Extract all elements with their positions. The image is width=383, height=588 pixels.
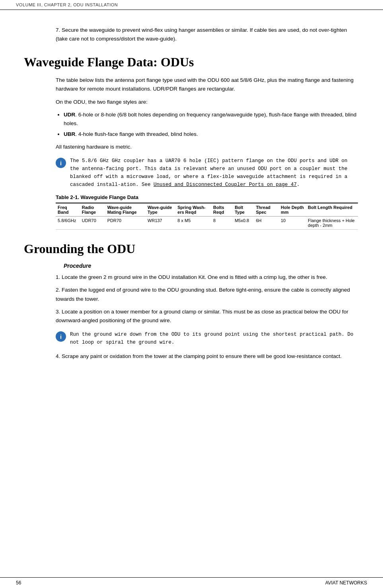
col-radio-flange: Radio Flange: [80, 203, 105, 217]
col-bolt-length: Bolt Length Required: [306, 203, 358, 217]
procedure-heading: Procedure: [56, 263, 358, 269]
info-box-1-end: .: [297, 182, 300, 188]
table-caption: Table 2-1. Waveguide Flange Data: [56, 194, 358, 200]
step-1: 1. Locate the green 2 m ground wire in t…: [56, 273, 358, 282]
cell-hole-depth: 10: [279, 217, 306, 230]
col-bolt-type: Bolt Type: [233, 203, 254, 217]
section1-para2: On the ODU, the two flange styles are:: [56, 98, 358, 106]
info-icon-2: i: [56, 331, 66, 342]
col-spring-washers: Spring Wash-ers Reqd: [175, 203, 211, 217]
col-waveguide-mating: Wave-guide Mating Flange: [105, 203, 146, 217]
intro-text: 7. Secure the waveguide to prevent wind-…: [56, 26, 358, 43]
cell-bolt-length: Flange thickness + Hole depth - 2mm: [306, 217, 358, 230]
cell-bolts-reqd: 8: [211, 217, 233, 230]
col-thread-spec: Thread Spec: [254, 203, 279, 217]
intro-paragraph: 7. Secure the waveguide to prevent wind-…: [56, 26, 358, 43]
info-box-1-link[interactable]: Unused and Disconnected Coupler Ports on…: [154, 182, 297, 188]
section1-title: Waveguide Flange Data: ODUs: [24, 55, 359, 70]
col-freq-band: Freq Band: [56, 203, 80, 217]
cell-waveguide-mating: PDR70: [105, 217, 146, 230]
waveguide-flange-table: Freq Band Radio Flange Wave-guide Mating…: [56, 203, 358, 230]
cell-thread-spec: 6H: [254, 217, 279, 230]
col-bolts-reqd: Bolts Reqd: [211, 203, 233, 217]
top-bar: VOLUME III, CHAPTER 2, ODU INSTALLATION: [0, 0, 383, 10]
udr-text: . 6-hole or 8-hole (6/8 bolt holes depen…: [64, 112, 356, 126]
step-4: 4. Scrape any paint or oxidation from th…: [56, 352, 358, 361]
cell-spring-washers: 8 x M5: [175, 217, 211, 230]
section1-para3: All fastening hardware is metric.: [56, 143, 358, 151]
ubr-bold: UBR: [64, 131, 75, 137]
info-icon-1: i: [56, 158, 66, 168]
cell-freq-band: 5.8/6GHz: [56, 217, 80, 230]
page-content: 7. Secure the waveguide to prevent wind-…: [0, 10, 383, 389]
section2-title: Grounding the ODU: [24, 242, 359, 256]
step-2: 2. Fasten the lugged end of ground wire …: [56, 286, 358, 304]
cell-waveguide-type: WR137: [146, 217, 175, 230]
section2-body: Procedure 1. Locate the green 2 m ground…: [56, 263, 358, 361]
col-waveguide-type: Wave-guide Type: [146, 203, 175, 217]
bullet-list: UDR. 6-hole or 8-hole (6/8 bolt holes de…: [64, 110, 358, 139]
step-3: 3. Locate a position on a tower member f…: [56, 308, 358, 325]
info-box-1-text: The 5.8/6 GHz GHz coupler has a UAR70 6 …: [70, 157, 358, 189]
info-box-2-text: Run the ground wire down from the ODU to…: [70, 331, 358, 346]
page-number: 56: [16, 580, 21, 586]
cell-radio-flange: UDR70: [80, 217, 105, 230]
bottom-bar: 56 AVIAT NETWORKS: [0, 577, 383, 588]
col-hole-depth: Hole Depth mm: [279, 203, 306, 217]
list-item: UBR. 4-hole flush-face flange with threa…: [64, 130, 358, 139]
udr-bold: UDR: [64, 112, 75, 118]
chapter-title: VOLUME III, CHAPTER 2, ODU INSTALLATION: [16, 2, 118, 7]
list-item: UDR. 6-hole or 8-hole (6/8 bolt holes de…: [64, 110, 358, 128]
brand-name: AVIAT NETWORKS: [325, 580, 367, 586]
ubr-text: . 4-hole flush-face flange with threaded…: [75, 131, 198, 137]
info-box-2: i Run the ground wire down from the ODU …: [56, 331, 358, 346]
section1-para1: The table below lists the antenna port f…: [56, 76, 358, 94]
section1-body: The table below lists the antenna port f…: [56, 76, 358, 230]
info-box-1: i The 5.8/6 GHz GHz coupler has a UAR70 …: [56, 157, 358, 189]
table-header-row: Freq Band Radio Flange Wave-guide Mating…: [56, 203, 358, 217]
table-row: 5.8/6GHz UDR70 PDR70 WR137 8 x M5 8 M5x0…: [56, 217, 358, 230]
cell-bolt-type: M5x0.8: [233, 217, 254, 230]
